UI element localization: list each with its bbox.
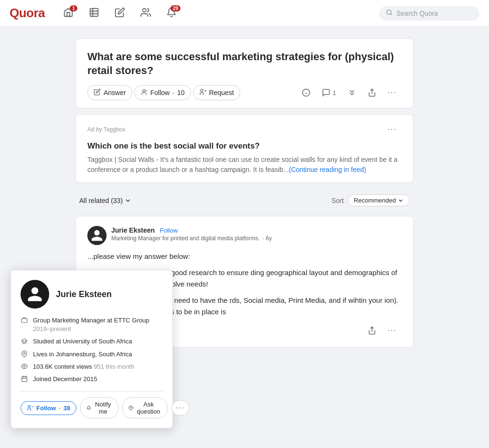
popup-detail-location: Lives in Johannesburg, South Africa <box>21 350 163 359</box>
sort-button[interactable]: Recommended <box>348 194 410 206</box>
ad-body: Taggbox | Social Walls - It's a fantasti… <box>87 155 402 175</box>
answer-share-button[interactable] <box>363 323 381 338</box>
answer-header: Jurie Eksteen Follow Marketing Manager f… <box>87 226 402 245</box>
svg-point-4 <box>143 9 146 12</box>
question-card: What are some successful marketing strat… <box>75 38 414 108</box>
ad-card: Ad by Taggbox ··· Which one is the best … <box>75 114 414 183</box>
header: Quora 1 <box>0 0 489 27</box>
author-name-follow-row: Jurie Eksteen Follow <box>111 226 402 235</box>
request-label: Request <box>209 89 234 96</box>
people-icon <box>140 7 151 19</box>
follow-icon <box>140 88 148 97</box>
answer-line-1: ...please view my answer below: <box>87 251 402 262</box>
ad-more-dots: ··· <box>388 125 397 134</box>
downvote-button[interactable] <box>343 85 361 100</box>
ad-header: Ad by Taggbox ··· <box>87 122 402 137</box>
more-options-button[interactable]: ··· <box>383 85 402 100</box>
search-icon <box>386 9 393 18</box>
popup-name: Jurie Eksteen <box>56 289 112 299</box>
info-button[interactable] <box>297 85 315 100</box>
follow-label: Follow <box>150 89 170 96</box>
nav-edit[interactable] <box>108 3 132 23</box>
svg-point-7 <box>143 90 145 92</box>
nav-bell[interactable]: 29 <box>159 3 183 23</box>
question-actions: Answer Follow · 10 Request <box>87 85 402 100</box>
svg-point-18 <box>23 352 25 354</box>
request-icon <box>199 88 206 97</box>
ad-continue-link[interactable]: (Continue reading in feed) <box>289 166 366 173</box>
answer-label: Answer <box>104 89 126 96</box>
comment-count: 1 <box>332 89 336 96</box>
location-icon <box>21 351 28 359</box>
user-popup: Jurie Eksteen Group Marketing Manager at… <box>11 270 173 359</box>
sort-section: Sort Recommended <box>331 194 410 206</box>
author-follow-button[interactable]: Follow <box>160 227 178 234</box>
popup-edu-text: Studied at University of South Africa <box>33 337 163 346</box>
svg-rect-0 <box>90 9 98 17</box>
related-bar: All related (33) Sort Recommended <box>75 189 414 212</box>
graduation-icon <box>21 338 28 346</box>
answer-more-dots: ··· <box>388 326 397 335</box>
search-input[interactable] <box>396 10 473 17</box>
main-nav: 1 29 <box>56 3 379 23</box>
ad-label: Ad by Taggbox <box>87 126 125 133</box>
popup-location-text: Lives in Johannesburg, South Africa <box>33 350 163 359</box>
bell-badge: 29 <box>170 5 181 11</box>
answer-button[interactable]: Answer <box>87 85 132 100</box>
avatar <box>87 226 106 245</box>
nav-list[interactable] <box>82 3 106 23</box>
all-related-button[interactable]: All related (33) <box>79 197 131 204</box>
svg-rect-17 <box>21 319 27 322</box>
popup-detail-education: Studied at University of South Africa <box>21 337 163 346</box>
logo[interactable]: Quora <box>10 6 45 21</box>
ad-more-button[interactable]: ··· <box>383 122 402 137</box>
avatar-image <box>87 226 106 245</box>
popup-avatar <box>21 280 49 309</box>
list-icon <box>89 7 99 19</box>
popup-details: Group Marketing Manager at ETTC Group 20… <box>21 316 163 359</box>
share-button[interactable] <box>363 85 381 100</box>
author-meta: Marketing Manager for printed and digita… <box>111 235 402 242</box>
home-badge: 1 <box>70 5 77 11</box>
request-button[interactable]: Request <box>193 85 240 100</box>
edit-icon <box>115 7 125 19</box>
author-info: Jurie Eksteen Follow Marketing Manager f… <box>111 226 402 242</box>
follow-separator: · <box>172 89 174 96</box>
follow-button[interactable]: Follow · 10 <box>134 85 191 100</box>
question-title: What are some successful marketing strat… <box>87 50 402 77</box>
svg-line-6 <box>391 13 392 15</box>
popup-detail-job: Group Marketing Manager at ETTC Group 20… <box>21 316 163 333</box>
answer-more-button[interactable]: ··· <box>383 323 402 338</box>
answer-icon <box>94 88 101 97</box>
time-ago: · 6y <box>263 235 272 242</box>
briefcase-icon <box>21 317 28 325</box>
sort-label: Sort <box>331 197 344 204</box>
search-bar[interactable] <box>379 6 479 21</box>
popup-card-container: Jurie Eksteen Group Marketing Manager at… <box>11 270 173 359</box>
comment-button[interactable]: 1 <box>317 85 340 100</box>
nav-people[interactable] <box>134 3 158 23</box>
ad-title: Which one is the best social wall for ev… <box>87 141 402 151</box>
popup-job-text: Group Marketing Manager at ETTC Group 20… <box>33 316 163 333</box>
svg-point-9 <box>201 89 203 92</box>
author-subtitle: Marketing Manager for printed and digita… <box>111 235 260 242</box>
popup-header: Jurie Eksteen <box>21 280 163 309</box>
more-dots: ··· <box>388 88 397 97</box>
nav-home[interactable]: 1 <box>56 3 80 23</box>
author-name[interactable]: Jurie Eksteen <box>111 226 155 234</box>
follow-count: 10 <box>177 89 185 96</box>
